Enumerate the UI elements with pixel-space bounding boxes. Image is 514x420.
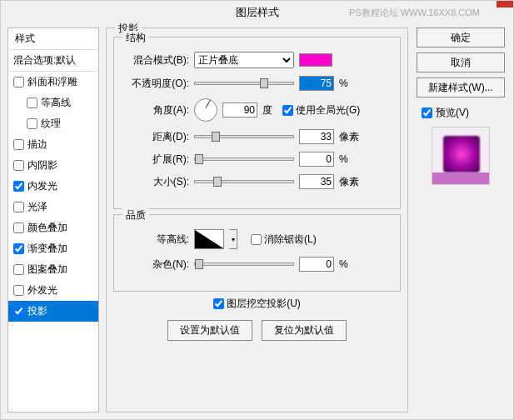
- size-unit: 像素: [339, 175, 364, 189]
- style-label: 内发光: [27, 179, 57, 193]
- knockout-check[interactable]: 图层挖空投影(U): [213, 297, 301, 311]
- size-label: 大小(S):: [122, 175, 189, 189]
- style-checkbox[interactable]: [13, 202, 24, 212]
- size-input[interactable]: [299, 174, 334, 189]
- opacity-label: 不透明度(O):: [122, 77, 189, 91]
- style-item[interactable]: 图案叠加: [8, 259, 98, 280]
- blend-options-label: 混合选项:默认: [13, 53, 76, 68]
- antialias-checkbox[interactable]: [251, 234, 262, 245]
- style-item[interactable]: 等高线: [8, 92, 98, 113]
- style-checkbox[interactable]: [13, 264, 24, 275]
- style-label: 图案叠加: [27, 262, 67, 277]
- style-label: 光泽: [27, 200, 47, 214]
- style-label: 斜面和浮雕: [27, 75, 77, 89]
- set-default-button[interactable]: 设置为默认值: [167, 320, 252, 341]
- style-label: 渐变叠加: [27, 242, 67, 256]
- styles-list: 样式 混合选项:默认 斜面和浮雕等高线纹理描边内阴影内发光光泽颜色叠加渐变叠加图…: [7, 28, 99, 412]
- style-checkbox[interactable]: [13, 306, 24, 317]
- cancel-button[interactable]: 取消: [417, 52, 505, 72]
- noise-unit: %: [339, 258, 364, 270]
- blend-mode-label: 混合模式(B):: [122, 53, 189, 68]
- style-label: 外发光: [27, 283, 57, 298]
- quality-group: 品质 等高线: ▾ 消除锯齿(L) 杂色(N): %: [113, 214, 401, 292]
- opacity-unit: %: [339, 78, 364, 89]
- style-checkbox[interactable]: [13, 285, 24, 296]
- contour-dropdown-icon[interactable]: ▾: [229, 229, 237, 249]
- style-item[interactable]: 光泽: [8, 197, 98, 218]
- distance-label: 距离(D):: [122, 130, 189, 144]
- structure-group: 结构 混合模式(B): 正片叠底 不透明度(O): % 角度(A):: [113, 37, 401, 209]
- styles-header[interactable]: 样式: [8, 28, 98, 50]
- preview-thumbnail: [432, 127, 490, 185]
- quality-title: 品质: [122, 208, 149, 222]
- blend-mode-select[interactable]: 正片叠底: [194, 52, 294, 68]
- action-panel: 确定 取消 新建样式(W)... 预览(V): [415, 28, 507, 412]
- style-label: 内阴影: [27, 158, 57, 172]
- settings-panel: 投影 结构 混合模式(B): 正片叠底 不透明度(O): %: [99, 28, 415, 412]
- structure-title: 结构: [122, 31, 149, 45]
- noise-slider[interactable]: [194, 262, 294, 266]
- style-checkbox[interactable]: [13, 243, 24, 254]
- size-slider[interactable]: [194, 180, 294, 183]
- watermark: PS教程论坛 WWW.16XX8.COM: [349, 1, 480, 24]
- style-label: 等高线: [41, 96, 71, 110]
- style-checkbox[interactable]: [13, 139, 24, 150]
- layer-style-dialog: 图层样式 PS教程论坛 WWW.16XX8.COM 样式 混合选项:默认 斜面和…: [0, 0, 514, 420]
- global-light-checkbox[interactable]: [282, 105, 293, 116]
- antialias-check[interactable]: 消除锯齿(L): [251, 232, 317, 247]
- style-checkbox[interactable]: [13, 181, 24, 192]
- opacity-slider[interactable]: [194, 82, 294, 85]
- style-checkbox[interactable]: [13, 222, 24, 233]
- style-item[interactable]: 投影: [8, 301, 98, 322]
- knockout-checkbox[interactable]: [213, 298, 224, 309]
- angle-unit: 度: [262, 103, 272, 118]
- spread-label: 扩展(R):: [122, 152, 189, 167]
- style-item[interactable]: 渐变叠加: [8, 238, 98, 259]
- reset-default-button[interactable]: 复位为默认值: [262, 320, 347, 341]
- preview-checkbox[interactable]: [422, 108, 432, 118]
- angle-label: 角度(A):: [122, 103, 189, 118]
- style-checkbox[interactable]: [27, 98, 37, 108]
- style-label: 投影: [27, 304, 47, 318]
- distance-slider[interactable]: [194, 135, 294, 138]
- style-item[interactable]: 内阴影: [8, 155, 98, 176]
- style-label: 颜色叠加: [27, 221, 67, 235]
- style-item[interactable]: 内发光: [8, 176, 98, 197]
- distance-input[interactable]: [299, 129, 334, 144]
- contour-label: 等高线:: [122, 232, 189, 247]
- distance-unit: 像素: [339, 130, 364, 144]
- contour-picker[interactable]: [194, 229, 224, 249]
- new-style-button[interactable]: 新建样式(W)...: [417, 78, 505, 98]
- noise-input[interactable]: [299, 257, 334, 272]
- global-light-check[interactable]: 使用全局光(G): [282, 103, 360, 118]
- angle-dial[interactable]: [194, 98, 217, 122]
- style-item[interactable]: 描边: [8, 134, 98, 155]
- style-label: 描边: [27, 138, 47, 152]
- style-item[interactable]: 斜面和浮雕: [8, 72, 98, 92]
- style-item[interactable]: 纹理: [8, 113, 98, 134]
- shadow-color-swatch[interactable]: [299, 53, 332, 67]
- opacity-input[interactable]: [299, 76, 334, 91]
- preview-toggle[interactable]: 预览(V): [422, 106, 505, 120]
- style-checkbox[interactable]: [27, 118, 37, 129]
- angle-input[interactable]: [222, 102, 257, 118]
- style-checkbox[interactable]: [13, 77, 24, 88]
- title-bar: 图层样式 PS教程论坛 WWW.16XX8.COM: [1, 1, 513, 24]
- spread-slider[interactable]: [194, 158, 294, 161]
- style-item[interactable]: 外发光: [8, 280, 98, 301]
- style-label: 纹理: [41, 117, 61, 131]
- dialog-title: 图层样式: [236, 6, 279, 18]
- style-item[interactable]: 颜色叠加: [8, 218, 98, 238]
- noise-label: 杂色(N):: [122, 258, 189, 272]
- spread-unit: %: [339, 153, 364, 165]
- style-checkbox[interactable]: [13, 160, 24, 171]
- spread-input[interactable]: [299, 152, 334, 167]
- ok-button[interactable]: 确定: [417, 28, 505, 48]
- blend-options-default[interactable]: 混合选项:默认: [8, 50, 98, 72]
